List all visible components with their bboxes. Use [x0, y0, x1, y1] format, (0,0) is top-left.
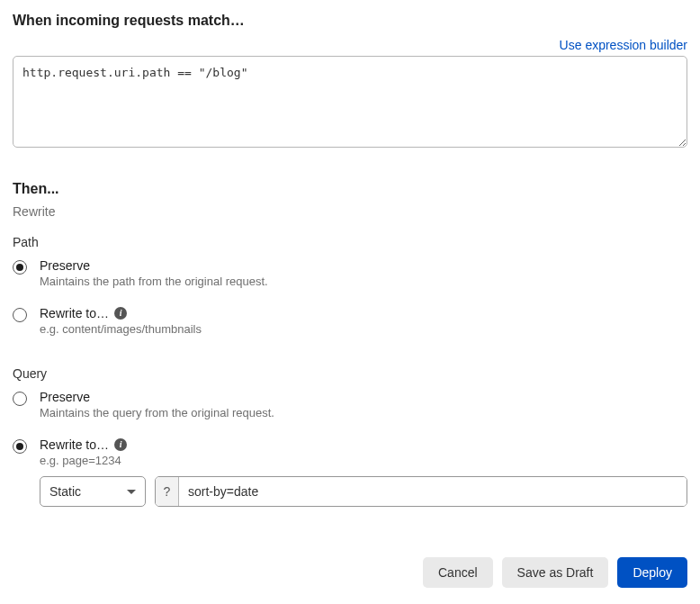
expression-builder-link[interactable]: Use expression builder [560, 38, 687, 52]
radio-icon[interactable] [13, 260, 27, 275]
save-draft-button[interactable]: Save as Draft [502, 557, 609, 588]
query-group-label: Query [13, 366, 687, 381]
query-rewrite-option[interactable]: Rewrite to… i e.g. page=1234 [13, 437, 687, 467]
path-group-label: Path [13, 235, 687, 249]
query-rewrite-mode-select[interactable]: Static [40, 476, 146, 507]
radio-icon[interactable] [13, 392, 27, 406]
radio-icon[interactable] [13, 308, 27, 322]
path-preserve-hint: Maintains the path from the original req… [40, 275, 687, 288]
query-rewrite-value-input[interactable] [179, 477, 687, 506]
path-rewrite-label: Rewrite to… [40, 306, 109, 320]
cancel-button[interactable]: Cancel [423, 557, 493, 588]
query-prefix-addon: ? [156, 477, 179, 506]
then-action-label: Rewrite [13, 204, 687, 219]
then-title: Then... [13, 181, 687, 197]
query-rewrite-mode-value: Static [49, 484, 81, 499]
path-preserve-option[interactable]: Preserve Maintains the path from the ori… [13, 258, 687, 288]
chevron-down-icon [127, 490, 136, 494]
query-preserve-option[interactable]: Preserve Maintains the query from the or… [13, 390, 687, 419]
deploy-button[interactable]: Deploy [617, 557, 687, 588]
path-preserve-label: Preserve [40, 258, 687, 273]
path-rewrite-option[interactable]: Rewrite to… i e.g. content/images/thumbn… [13, 306, 687, 336]
query-rewrite-label: Rewrite to… [40, 437, 109, 452]
info-icon[interactable]: i [114, 438, 127, 451]
info-icon[interactable]: i [114, 307, 127, 320]
path-rewrite-hint: e.g. content/images/thumbnails [40, 322, 687, 336]
query-preserve-hint: Maintains the query from the original re… [40, 406, 687, 419]
radio-icon[interactable] [13, 439, 27, 454]
query-preserve-label: Preserve [40, 390, 687, 404]
expression-input[interactable] [13, 56, 687, 148]
when-title: When incoming requests match… [13, 13, 687, 29]
query-rewrite-hint: e.g. page=1234 [40, 454, 687, 467]
